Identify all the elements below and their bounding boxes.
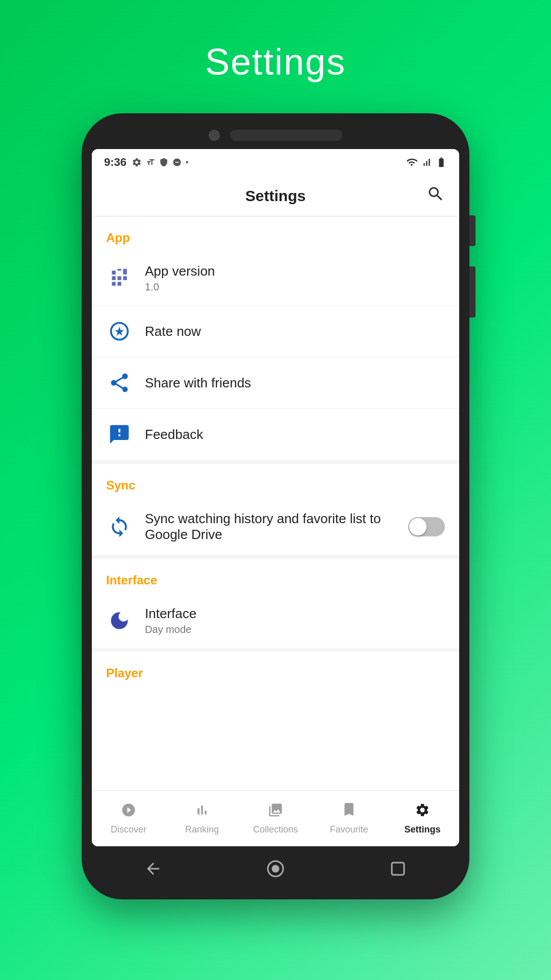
sync-section-header: Sync — [92, 464, 459, 499]
rate-title: Rate now — [145, 324, 445, 339]
feedback-icon — [106, 421, 133, 448]
app-version-subtitle: 1.0 — [145, 281, 445, 293]
page-title: Settings — [205, 41, 346, 83]
share-icon — [106, 370, 133, 396]
ranking-label: Ranking — [185, 824, 219, 835]
app-version-title: App version — [145, 263, 445, 279]
back-button[interactable] — [140, 855, 166, 882]
search-icon — [427, 185, 445, 203]
phone-shell: 9:36 • — [82, 113, 469, 899]
share-text: Share with friends — [145, 375, 445, 391]
sync-toggle[interactable] — [408, 517, 445, 536]
nav-item-collections[interactable]: Collections — [239, 802, 312, 835]
sync-title: Sync watching history and favorite list … — [145, 511, 408, 543]
interface-icon — [106, 607, 133, 634]
svg-rect-2 — [392, 863, 404, 875]
phone-bottom-bar — [92, 846, 459, 889]
feedback-text: Feedback — [145, 427, 445, 443]
interface-item[interactable]: Interface Day mode — [92, 594, 459, 648]
rate-icon — [106, 318, 133, 345]
player-section-header: Player — [92, 652, 459, 687]
interface-title: Interface — [145, 606, 445, 622]
speaker-grille — [230, 130, 342, 141]
settings-label: Settings — [404, 824, 440, 835]
share-item[interactable]: Share with friends — [92, 357, 459, 409]
sync-text: Sync watching history and favorite list … — [145, 511, 408, 543]
app-section-header: App — [92, 216, 459, 251]
nav-item-discover[interactable]: Discover — [92, 802, 165, 835]
status-right — [406, 157, 447, 168]
app-bar-title: Settings — [245, 187, 306, 205]
favourite-icon — [341, 802, 357, 821]
camera-dot — [209, 130, 220, 141]
status-time: 9:36 — [104, 156, 127, 169]
divider-1 — [92, 460, 459, 464]
status-bar: 9:36 • — [92, 149, 459, 176]
side-button-middle — [469, 266, 475, 317]
interface-section-header: Interface — [92, 559, 459, 594]
font-status-icon — [146, 158, 155, 167]
app-version-icon — [106, 265, 133, 291]
wifi-icon — [406, 157, 417, 168]
app-section: App App version 1.0 — [92, 216, 459, 460]
settings-content: App App version 1.0 — [92, 216, 459, 790]
interface-subtitle: Day mode — [145, 624, 445, 635]
player-section: Player — [92, 652, 459, 687]
collections-label: Collections — [253, 824, 298, 835]
sync-section: Sync Sync watching history and favorite … — [92, 464, 459, 555]
bottom-nav: Discover Ranking Collections — [92, 790, 459, 846]
interface-section: Interface Interface Day mode — [92, 559, 459, 648]
nodisturb-status-icon — [172, 158, 182, 167]
battery-icon — [436, 157, 447, 168]
favourite-label: Favourite — [330, 824, 368, 835]
rate-now-item[interactable]: Rate now — [92, 306, 459, 357]
interface-text: Interface Day mode — [145, 606, 445, 635]
sync-item[interactable]: Sync watching history and favorite list … — [92, 499, 459, 555]
side-button-top — [469, 215, 475, 246]
gear-status-icon — [132, 157, 142, 167]
feedback-title: Feedback — [145, 427, 445, 443]
status-icons: • — [132, 157, 189, 167]
divider-3 — [92, 648, 459, 652]
search-button[interactable] — [427, 185, 445, 207]
nav-item-settings[interactable]: Settings — [386, 802, 459, 835]
signal-icon — [421, 157, 432, 167]
home-button[interactable] — [262, 855, 289, 882]
share-title: Share with friends — [145, 375, 445, 391]
settings-nav-icon — [415, 802, 430, 821]
discover-icon — [121, 802, 136, 821]
svg-point-1 — [272, 865, 280, 873]
app-version-item[interactable]: App version 1.0 — [92, 251, 459, 306]
sync-icon — [106, 513, 133, 540]
ranking-icon — [194, 802, 210, 821]
phone-screen: 9:36 • — [92, 149, 459, 846]
recents-button[interactable] — [385, 855, 411, 882]
collections-icon — [268, 802, 283, 821]
nav-item-ranking[interactable]: Ranking — [165, 802, 239, 835]
discover-label: Discover — [111, 824, 146, 835]
app-version-text: App version 1.0 — [145, 263, 445, 293]
app-bar: Settings — [92, 176, 459, 216]
divider-2 — [92, 555, 459, 559]
nav-item-favourite[interactable]: Favourite — [312, 802, 386, 835]
dot-status: • — [186, 158, 189, 167]
phone-top-bar — [92, 124, 459, 149]
rate-text: Rate now — [145, 324, 445, 339]
shield-status-icon — [159, 158, 168, 167]
status-left: 9:36 • — [104, 156, 189, 169]
feedback-item[interactable]: Feedback — [92, 409, 459, 460]
